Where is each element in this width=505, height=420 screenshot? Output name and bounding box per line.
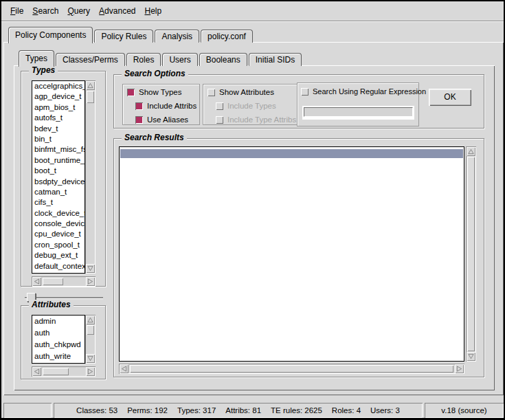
attribute-auth-chkpwd[interactable]: auth_chkpwd: [32, 339, 85, 351]
type-clock-device-t[interactable]: clock_device_t: [32, 208, 85, 219]
type-boot-runtime-t[interactable]: boot_runtime_t: [32, 155, 85, 166]
scroll-thumb[interactable]: [43, 368, 69, 375]
scroll-up-button[interactable]: [86, 316, 95, 324]
tab-policy-components[interactable]: Policy Components: [8, 27, 93, 43]
results-horizontal-scrollbar[interactable]: [119, 364, 464, 374]
scroll-left-button[interactable]: [120, 364, 128, 373]
tab-analysis[interactable]: Analysis: [155, 30, 199, 43]
type-binfmt-misc-fs[interactable]: binfmt_misc_fs: [32, 144, 85, 155]
menu-advanced[interactable]: Advanced: [99, 6, 135, 16]
scroll-thumb[interactable]: [130, 365, 453, 373]
subtab-initial-sids[interactable]: Initial SIDs: [249, 53, 302, 66]
type-default-t[interactable]: default_t: [32, 272, 85, 274]
arrow-left-icon: [34, 278, 40, 285]
status-left-panel: [3, 403, 52, 418]
tab-policy-conf[interactable]: policy.conf: [201, 30, 253, 43]
search-results-textarea[interactable]: [119, 146, 464, 362]
types-vertical-scrollbar[interactable]: [85, 80, 96, 274]
stat-classes: Classes: 53: [76, 406, 117, 415]
show-types-checkbox[interactable]: Show Types: [127, 88, 181, 96]
checkbox-indicator-icon[interactable]: [216, 102, 223, 110]
tab-policy-rules[interactable]: Policy Rules: [94, 30, 153, 43]
type-bsdpty-device[interactable]: bsdpty_device_: [32, 177, 85, 187]
checkbox-indicator-icon[interactable]: [127, 89, 135, 96]
menu-file[interactable]: File: [10, 6, 23, 16]
scroll-thumb[interactable]: [43, 278, 63, 285]
types-listbox[interactable]: accelgraphics_eagp_device_tapm_bios_taut…: [32, 80, 85, 274]
type-cpu-device-t[interactable]: cpu_device_t: [32, 229, 85, 239]
regex-checkbox[interactable]: Search Using Regular Expression: [301, 87, 426, 96]
attributes-horizontal-scrollbar[interactable]: [32, 366, 96, 377]
menu-search[interactable]: Search: [32, 6, 58, 16]
stat-attribs: Attribs: 81: [225, 406, 261, 415]
arrow-right-icon: [87, 368, 93, 375]
stat-users: Users: 3: [370, 406, 400, 415]
use-aliases-checkbox[interactable]: Use Aliases: [135, 115, 188, 124]
attribute-admin[interactable]: admin: [32, 316, 85, 327]
subtab-booleans[interactable]: Booleans: [199, 53, 247, 66]
include-type-attribs-checkbox[interactable]: Include Type Attribs: [216, 115, 296, 124]
checkbox-indicator-icon[interactable]: [207, 89, 215, 96]
scroll-thumb[interactable]: [87, 325, 94, 335]
type-bin-t[interactable]: bin_t: [32, 134, 85, 144]
types-horizontal-scrollbar[interactable]: [32, 276, 96, 287]
type-cron-spool-t[interactable]: cron_spool_t: [32, 240, 85, 250]
ok-button[interactable]: OK: [429, 89, 471, 106]
arrow-up-icon: [87, 317, 93, 323]
subtab-users[interactable]: Users: [162, 53, 197, 66]
status-stats-panel: Classes: 53Perms: 192Types: 317Attribs: …: [54, 403, 423, 418]
checkbox-label: Show Attributes: [219, 88, 274, 96]
type-cifs-t[interactable]: cifs_t: [32, 197, 85, 208]
type-apm-bios-t[interactable]: apm_bios_t: [32, 102, 85, 113]
arrow-right-icon: [87, 278, 93, 285]
attributes-vertical-scrollbar[interactable]: [85, 315, 96, 364]
scroll-down-button[interactable]: [86, 264, 95, 273]
main-tab-bar: Policy ComponentsPolicy RulesAnalysispol…: [8, 26, 254, 43]
scroll-right-button[interactable]: [86, 367, 95, 376]
results-vertical-scrollbar[interactable]: [466, 146, 476, 362]
subtab-types[interactable]: Types: [19, 50, 54, 67]
checkbox-indicator-icon[interactable]: [135, 116, 143, 124]
regex-input[interactable]: [304, 107, 413, 117]
scroll-right-button[interactable]: [86, 277, 95, 286]
search-options-frame: Search Options Show Types Include Attrib…: [113, 74, 484, 129]
checkbox-indicator-icon[interactable]: [135, 102, 143, 110]
include-attribs-checkbox[interactable]: Include Attribs: [135, 102, 197, 110]
checkbox-indicator-icon[interactable]: [216, 116, 223, 124]
menu-query[interactable]: Query: [67, 6, 90, 16]
menu-help[interactable]: Help: [144, 6, 161, 16]
scroll-thumb[interactable]: [87, 91, 94, 103]
search-options-label: Search Options: [122, 69, 188, 78]
attributes-frame-label: Attributes: [29, 300, 74, 309]
checkbox-label: Show Types: [139, 88, 181, 96]
include-types-checkbox[interactable]: Include Types: [216, 102, 276, 110]
checkbox-indicator-icon[interactable]: [301, 88, 308, 96]
arrow-left-icon: [121, 366, 127, 372]
attributes-listbox[interactable]: adminauthauth_chkpwdauth_write: [32, 315, 85, 364]
type-console-device[interactable]: console_device: [32, 219, 85, 229]
types-frame: Types accelgraphics_eagp_device_tapm_bio…: [21, 71, 106, 287]
pane-sash-line: [25, 297, 103, 298]
attribute-auth-write[interactable]: auth_write: [32, 351, 85, 362]
scroll-up-button[interactable]: [467, 147, 475, 156]
scroll-right-button[interactable]: [455, 364, 464, 373]
type-accelgraphics-e[interactable]: accelgraphics_e: [32, 81, 85, 91]
scroll-down-button[interactable]: [86, 354, 95, 363]
scroll-down-button[interactable]: [467, 352, 475, 361]
type-debug-ext-t[interactable]: debug_ext_t: [32, 250, 85, 261]
type-autofs-t[interactable]: autofs_t: [32, 113, 85, 123]
subtab-roles[interactable]: Roles: [126, 53, 161, 66]
scroll-up-button[interactable]: [86, 81, 95, 90]
subtab-classes-perms[interactable]: Classes/Perms: [56, 53, 125, 66]
show-attributes-checkbox[interactable]: Show Attributes: [207, 88, 274, 96]
scroll-left-button[interactable]: [32, 277, 41, 286]
type-default-context[interactable]: default_context: [32, 261, 85, 272]
attribute-auth[interactable]: auth: [32, 327, 85, 339]
scroll-thumb[interactable]: [467, 157, 475, 351]
type-boot-t[interactable]: boot_t: [32, 166, 85, 176]
scroll-left-button[interactable]: [32, 367, 41, 376]
status-version-panel: v.18 (source): [425, 403, 504, 418]
type-agp-device-t[interactable]: agp_device_t: [32, 91, 85, 102]
type-bdev-t[interactable]: bdev_t: [32, 124, 85, 134]
type-catman-t[interactable]: catman_t: [32, 187, 85, 197]
